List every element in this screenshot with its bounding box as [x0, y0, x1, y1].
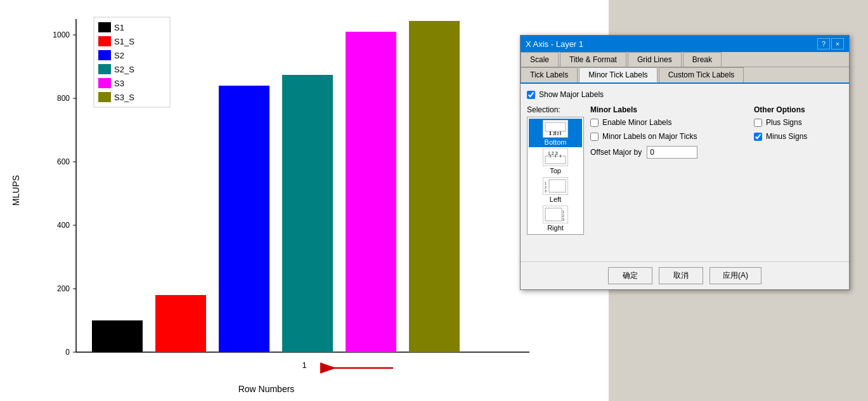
show-major-labels-label: Show Major Labels — [539, 90, 604, 99]
tab-break[interactable]: Break — [683, 52, 722, 67]
svg-text:0: 0 — [65, 348, 70, 357]
tab-title-format[interactable]: Title & Format — [560, 52, 626, 67]
svg-rect-54 — [549, 180, 566, 192]
cancel-button[interactable]: 取消 — [659, 267, 703, 284]
dialog-titlebar: X Axis - Layer 1 ? × — [521, 36, 849, 52]
confirm-button[interactable]: 确定 — [608, 267, 652, 284]
svg-rect-30 — [219, 86, 269, 352]
sel-label-left: Left — [550, 195, 561, 203]
svg-rect-29 — [155, 295, 206, 352]
svg-text:Row Numbers: Row Numbers — [238, 384, 295, 394]
svg-rect-32 — [346, 32, 396, 352]
sel-icon-left: 1 2 3 — [543, 177, 568, 195]
help-button[interactable]: ? — [817, 38, 830, 49]
offset-row: Offset Major by — [590, 146, 748, 159]
minus-signs-row: Minus Signs — [754, 132, 843, 141]
sel-item-right[interactable]: 1 2 3 Right — [529, 204, 582, 233]
svg-rect-6 — [98, 64, 111, 74]
sel-icon-bottom: 1 2 3 — [543, 120, 568, 138]
other-options-panel: Other Options Plus Signs Minus Signs — [754, 105, 843, 235]
selection-panel: Selection: 1 2 3 — [527, 105, 584, 235]
svg-text:200: 200 — [57, 284, 70, 293]
svg-rect-33 — [409, 21, 460, 352]
svg-rect-8 — [98, 78, 111, 88]
other-options-title: Other Options — [754, 105, 843, 114]
minor-on-major-checkbox[interactable] — [590, 133, 599, 141]
svg-text:1000: 1000 — [53, 30, 70, 39]
svg-rect-31 — [282, 75, 333, 352]
tab-grid-lines[interactable]: Grid Lines — [628, 52, 682, 67]
sel-label-top: Top — [550, 167, 561, 174]
minor-on-major-row: Minor Labels on Major Ticks — [590, 132, 748, 141]
svg-text:S2: S2 — [114, 51, 124, 60]
tabs-row-1: Scale Title & Format Grid Lines Break — [521, 52, 849, 67]
svg-text:1: 1 — [302, 360, 306, 370]
offset-label: Offset Major by — [590, 148, 642, 157]
show-major-labels-row: Show Major Labels — [527, 90, 843, 99]
sel-item-left[interactable]: 1 2 3 Left — [529, 176, 582, 204]
chart-area: S1 S1_S S2 S2_S S3 S3_S 0 200 400 600 80… — [0, 0, 609, 401]
sel-icon-right: 1 2 3 — [543, 206, 568, 223]
tabs-row-2: Tick Labels Minor Tick Labels Custom Tic… — [521, 67, 849, 84]
close-button[interactable]: × — [831, 38, 844, 49]
selection-label: Selection: — [527, 105, 584, 114]
sel-item-bottom[interactable]: 1 2 3 Bottom — [529, 119, 582, 147]
plus-signs-checkbox[interactable] — [754, 119, 762, 127]
selection-box: 1 2 3 Bottom 1 2 3 — [527, 117, 584, 235]
show-major-labels-checkbox[interactable] — [527, 91, 535, 99]
content-inner: Selection: 1 2 3 — [527, 105, 843, 235]
svg-text:S3_S: S3_S — [114, 93, 134, 102]
tab-custom-tick-labels[interactable]: Custom Tick Labels — [659, 67, 744, 82]
chart-svg: S1 S1_S S2 S2_S S3 S3_S 0 200 400 600 80… — [0, 0, 609, 401]
dialog: X Axis - Layer 1 ? × Scale Title & Forma… — [520, 35, 850, 290]
svg-rect-10 — [98, 92, 111, 102]
right-icon-svg: 1 2 3 — [544, 207, 567, 222]
apply-button[interactable]: 应用(A) — [709, 267, 761, 284]
svg-text:1 2 3: 1 2 3 — [549, 131, 559, 136]
svg-text:3: 3 — [562, 218, 564, 221]
minor-labels-title: Minor Labels — [590, 105, 748, 114]
svg-text:800: 800 — [57, 94, 70, 103]
svg-text:S1_S: S1_S — [114, 37, 134, 46]
svg-rect-4 — [98, 50, 111, 60]
svg-text:400: 400 — [57, 221, 70, 230]
enable-minor-labels-row: Enable Minor Labels — [590, 118, 748, 127]
svg-text:S2_S: S2_S — [114, 65, 134, 74]
bottom-icon-svg: 1 2 3 — [544, 121, 567, 136]
svg-rect-55 — [545, 208, 562, 221]
svg-text:S1: S1 — [114, 23, 124, 32]
sel-label-right: Right — [547, 224, 564, 232]
tab-scale[interactable]: Scale — [521, 52, 559, 67]
plus-signs-row: Plus Signs — [754, 118, 843, 127]
options-panel: Minor Labels Enable Minor Labels Minor L… — [590, 105, 748, 235]
enable-minor-labels-label: Enable Minor Labels — [602, 118, 671, 127]
titlebar-buttons: ? × — [817, 38, 844, 49]
minus-signs-label: Minus Signs — [766, 132, 807, 141]
minor-on-major-label: Minor Labels on Major Ticks — [602, 132, 697, 141]
left-icon-svg: 1 2 3 — [544, 178, 567, 194]
dialog-footer: 确定 取消 应用(A) — [521, 261, 849, 289]
svg-rect-28 — [92, 320, 143, 352]
svg-rect-2 — [98, 36, 111, 46]
sel-label-bottom: Bottom — [545, 138, 567, 146]
svg-text:3: 3 — [545, 189, 547, 193]
svg-rect-41 — [545, 122, 566, 131]
offset-input[interactable] — [647, 146, 697, 159]
top-icon-svg: 1 2 3 — [544, 150, 567, 165]
sel-item-top[interactable]: 1 2 3 Top — [529, 147, 582, 176]
svg-text:S3: S3 — [114, 79, 124, 88]
plus-signs-label: Plus Signs — [766, 118, 802, 127]
enable-minor-labels-checkbox[interactable] — [590, 119, 599, 127]
dialog-content: Show Major Labels Selection: — [521, 84, 849, 261]
svg-text:MLUPS: MLUPS — [11, 175, 21, 206]
minus-signs-checkbox[interactable] — [754, 133, 762, 141]
tab-minor-tick-labels[interactable]: Minor Tick Labels — [579, 67, 657, 82]
svg-text:1 2 3: 1 2 3 — [548, 151, 558, 155]
svg-rect-0 — [98, 22, 111, 32]
tab-tick-labels[interactable]: Tick Labels — [521, 67, 578, 82]
dialog-title: X Axis - Layer 1 — [526, 39, 583, 49]
svg-text:600: 600 — [57, 157, 70, 166]
sel-icon-top: 1 2 3 — [543, 148, 568, 166]
